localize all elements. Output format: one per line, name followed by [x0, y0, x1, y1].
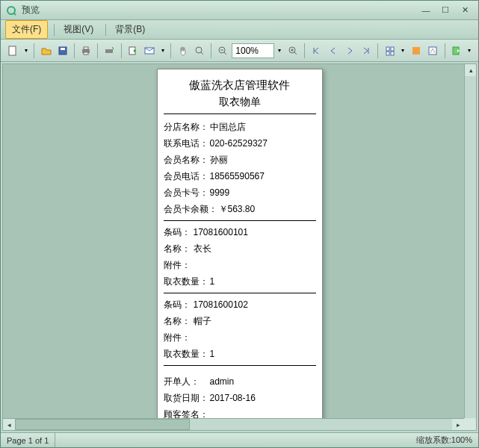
- menu-file[interactable]: 文件(F): [5, 20, 48, 39]
- item-barcode: 条码：17081600102: [164, 296, 316, 313]
- item-name: 名称：帽子: [164, 313, 316, 329]
- scroll-left-icon[interactable]: ◂: [3, 419, 15, 431]
- status-page: Page 1 of 1: [1, 433, 55, 447]
- field-card-no: 会员卡号：9999: [164, 184, 316, 201]
- watermark-icon[interactable]: [425, 43, 440, 59]
- zoom-tool-icon[interactable]: [192, 43, 207, 59]
- field-operator: 开单人：admin: [164, 373, 316, 390]
- menu-separator: [54, 24, 55, 36]
- scroll-right-icon[interactable]: ▸: [452, 419, 464, 431]
- color-icon[interactable]: [409, 43, 424, 59]
- zoom-dropdown[interactable]: ▾: [276, 43, 284, 58]
- field-shop: 分店名称：中国总店: [164, 119, 316, 135]
- status-bar: Page 1 of 1 缩放系数:100%: [1, 432, 478, 447]
- export-icon[interactable]: [126, 43, 140, 59]
- field-member-phone: 会员电话：18565590567: [164, 168, 316, 184]
- menu-separator: [105, 24, 106, 36]
- item-qty: 取衣数量：1: [164, 273, 316, 290]
- export-dropdown[interactable]: ▾: [466, 43, 474, 58]
- svg-rect-17: [412, 47, 420, 55]
- zoom-out-icon[interactable]: [215, 43, 230, 59]
- multipage-icon[interactable]: [382, 43, 397, 59]
- field-contact: 联系电话：020-62529327: [164, 135, 316, 152]
- scroll-up-icon[interactable]: ▴: [465, 64, 477, 76]
- zoom-input[interactable]: 100%: [232, 43, 274, 58]
- doc-title: 傲蓝洗衣店管理软件: [164, 78, 316, 93]
- field-member-name: 会员名称：孙丽: [164, 152, 316, 168]
- email-dropdown[interactable]: ▾: [158, 43, 167, 58]
- email-icon[interactable]: [142, 43, 157, 59]
- field-balance: 会员卡余额：￥563.80: [164, 201, 316, 217]
- title-bar: 预览 — ☐ ✕: [1, 1, 478, 20]
- svg-point-10: [196, 47, 202, 53]
- multipage-dropdown[interactable]: ▾: [399, 43, 407, 58]
- item-attachment: 附件：: [164, 329, 316, 346]
- save-icon[interactable]: [55, 43, 70, 59]
- scrollbar-track[interactable]: [15, 419, 452, 430]
- prev-page-icon[interactable]: [325, 43, 340, 59]
- doc-subtitle: 取衣物单: [164, 96, 316, 114]
- next-page-icon[interactable]: [342, 43, 357, 59]
- new-doc-dropdown[interactable]: ▾: [22, 43, 30, 58]
- maximize-button[interactable]: ☐: [436, 4, 454, 17]
- menu-view[interactable]: 视图(V): [58, 21, 99, 38]
- svg-rect-14: [391, 47, 394, 51]
- svg-rect-15: [386, 52, 389, 55]
- app-icon: [5, 4, 17, 16]
- item-name: 名称：衣长: [164, 240, 316, 257]
- export-file-icon[interactable]: [448, 43, 463, 59]
- new-doc-icon[interactable]: [5, 43, 20, 59]
- first-page-icon[interactable]: [309, 43, 324, 59]
- page: 傲蓝洗衣店管理软件 取衣物单 分店名称：中国总店 联系电话：020-625293…: [157, 69, 323, 431]
- hand-tool-icon[interactable]: [175, 43, 190, 59]
- zoom-in-icon[interactable]: [285, 43, 300, 59]
- menu-bar: 文件(F) 视图(V) 背景(B): [1, 20, 478, 40]
- scrollbar-thumb[interactable]: [15, 419, 190, 430]
- scrollbar-track[interactable]: [465, 76, 476, 418]
- vertical-scrollbar[interactable]: ▴ ▾: [464, 64, 476, 430]
- minimize-button[interactable]: —: [417, 4, 435, 17]
- svg-rect-6: [84, 52, 88, 55]
- close-button[interactable]: ✕: [456, 4, 474, 17]
- quick-print-icon[interactable]: [102, 43, 117, 59]
- window-title: 预览: [22, 4, 415, 16]
- field-date: 取货日期：2017-08-16: [164, 390, 316, 406]
- item-attachment: 附件：: [164, 257, 316, 273]
- svg-rect-3: [61, 48, 65, 50]
- horizontal-scrollbar[interactable]: ◂ ▸: [3, 418, 464, 430]
- svg-rect-7: [105, 49, 113, 53]
- toolbar: ▾ ▾ 100% ▾ ▾ ▾: [1, 40, 478, 62]
- status-zoom: 缩放系数:100%: [410, 433, 478, 447]
- last-page-icon[interactable]: [359, 43, 374, 59]
- menu-background[interactable]: 背景(B): [109, 21, 151, 38]
- preview-canvas[interactable]: 傲蓝洗衣店管理软件 取衣物单 分店名称：中国总店 联系电话：020-625293…: [2, 63, 477, 431]
- open-icon[interactable]: [38, 43, 53, 59]
- item-qty: 取衣数量：1: [164, 346, 316, 362]
- scroll-corner: [464, 418, 476, 430]
- svg-rect-16: [391, 52, 394, 55]
- svg-rect-1: [9, 46, 16, 55]
- svg-rect-13: [386, 47, 389, 51]
- print-icon[interactable]: [78, 43, 93, 59]
- item-barcode: 条码：17081600101: [164, 224, 316, 240]
- svg-rect-5: [84, 47, 88, 49]
